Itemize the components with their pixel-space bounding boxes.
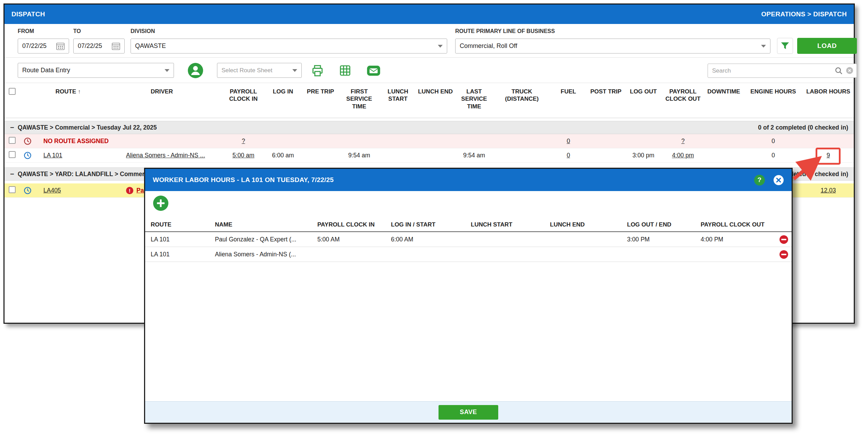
mcolumn-log-in-start: LOG IN / START <box>391 221 471 228</box>
view-select[interactable]: Route Data Entry <box>18 63 174 78</box>
select-all-checkbox[interactable] <box>9 88 16 95</box>
from-label: FROM <box>18 28 34 34</box>
grid-icon <box>339 64 351 77</box>
modal-table-row: LA 101 Paul Gonzalez - QA Expert (... 5:… <box>145 232 792 247</box>
payroll-clock-in-value[interactable]: 5:00 AM <box>317 236 391 243</box>
column-payroll-clock-in[interactable]: PAYROLL CLOCK IN <box>223 88 264 103</box>
modal-table-header: ROUTE NAME PAYROLL CLOCK IN LOG IN / STA… <box>145 218 792 232</box>
modal-footer: SAVE <box>145 401 792 423</box>
column-driver[interactable]: DRIVER <box>101 88 223 95</box>
column-downtime[interactable]: DOWNTIME <box>704 88 744 95</box>
column-labor-hours[interactable]: LABOR HOURS <box>803 88 854 95</box>
column-log-in[interactable]: LOG IN <box>264 88 302 95</box>
remove-icon <box>779 235 788 244</box>
column-post-trip[interactable]: POST TRIP <box>587 88 625 95</box>
log-out-end-value[interactable]: 3:00 PM <box>627 236 701 243</box>
log-in-value: 6:00 am <box>264 152 302 159</box>
clear-search-icon[interactable] <box>845 66 854 75</box>
modal-body: ROUTE NAME PAYROLL CLOCK IN LOG IN / STA… <box>145 191 792 401</box>
funnel-icon <box>780 41 790 51</box>
worker-name[interactable]: Aliena Somers - Admin-NS (... <box>215 251 317 258</box>
column-pre-trip[interactable]: PRE TRIP <box>302 88 339 95</box>
page-title: DISPATCH <box>11 10 45 18</box>
route-sheet-placeholder: Select Route Sheet <box>222 67 272 74</box>
filter-bar: FROM TO DIVISION ROUTE PRIMARY LINE OF B… <box>5 24 854 58</box>
route-link[interactable]: LA405 <box>43 187 61 194</box>
collapse-icon[interactable]: − <box>10 171 18 178</box>
print-button[interactable] <box>309 63 325 79</box>
lob-select[interactable]: Commercial, Roll Off <box>455 39 770 53</box>
table-header: ROUTE↑ DRIVER PAYROLL CLOCK IN LOG IN PR… <box>5 83 854 118</box>
from-date-value: 07/22/25 <box>22 42 47 50</box>
column-engine-hours[interactable]: ENGINE HOURS <box>744 88 803 95</box>
labor-hours-link[interactable]: 9 <box>803 152 854 159</box>
payroll-clock-out-link[interactable]: 4:00 pm <box>662 152 704 159</box>
column-lunch-end[interactable]: LUNCH END <box>417 88 454 95</box>
column-payroll-clock-out[interactable]: PAYROLL CLOCK OUT <box>662 88 704 103</box>
clock-status-icon[interactable] <box>24 151 32 159</box>
payroll-clock-in-link[interactable]: 5:00 am <box>223 152 264 159</box>
email-button[interactable] <box>366 63 382 79</box>
log-in-start-value[interactable]: 6:00 AM <box>391 236 471 243</box>
clock-status-icon[interactable] <box>24 137 32 145</box>
to-label: TO <box>73 28 81 34</box>
search-box <box>708 64 857 78</box>
calendar-icon[interactable] <box>56 42 65 50</box>
column-last-service-time[interactable]: LAST SERVICE TIME <box>454 88 494 110</box>
driver-check-in-button[interactable] <box>187 63 203 79</box>
search-icon[interactable] <box>834 66 843 75</box>
load-button[interactable]: LOAD <box>797 38 857 54</box>
column-fuel[interactable]: FUEL <box>550 88 587 95</box>
chevron-down-icon <box>165 69 169 72</box>
delete-row-button[interactable] <box>779 250 788 259</box>
add-worker-button[interactable] <box>153 195 169 211</box>
route-value: LA 101 <box>151 251 215 258</box>
division-label: DIVISION <box>131 28 155 34</box>
payroll-clock-out-link[interactable]: ? <box>662 138 704 145</box>
breadcrumb: OPERATIONS > DISPATCH <box>761 10 847 18</box>
column-truck-distance[interactable]: TRUCK (DISTANCE) <box>494 88 550 103</box>
clock-status-icon[interactable] <box>24 187 32 195</box>
column-first-service-time[interactable]: FIRST SERVICE TIME <box>339 88 379 110</box>
mcolumn-name: NAME <box>215 221 317 228</box>
lob-label: ROUTE PRIMARY LINE OF BUSINESS <box>455 28 555 34</box>
row-checkbox[interactable] <box>9 186 16 193</box>
labor-hours-link[interactable]: 12.03 <box>803 187 854 194</box>
payroll-clock-out-value[interactable]: 4:00 PM <box>701 236 776 243</box>
calendar-icon[interactable] <box>112 42 120 50</box>
engine-hours-value: 0 <box>744 138 803 145</box>
close-button[interactable] <box>773 175 784 185</box>
help-button[interactable]: ? <box>754 175 765 185</box>
filter-funnel-button[interactable] <box>777 38 793 54</box>
mcolumn-lunch-end: LUNCH END <box>550 221 627 228</box>
first-service-time-value: 9:54 am <box>339 152 379 159</box>
fuel-link[interactable]: 0 <box>550 138 587 145</box>
column-log-out[interactable]: LOG OUT <box>625 88 662 95</box>
driver-link[interactable]: Aliena Somers - Admin-NS ... <box>126 152 205 159</box>
row-checkbox[interactable] <box>9 137 16 144</box>
column-lunch-start[interactable]: LUNCH START <box>379 88 417 103</box>
to-date-input[interactable]: 07/22/25 <box>73 39 125 53</box>
column-route[interactable]: ROUTE↑ <box>35 88 101 95</box>
from-date-input[interactable]: 07/22/25 <box>18 39 69 53</box>
worker-name[interactable]: Paul Gonzalez - QA Expert (... <box>215 236 317 243</box>
table-row: LA 101 Aliena Somers - Admin-NS ... 5:00… <box>5 148 854 163</box>
toolbar: Route Data Entry Select Route Sheet <box>5 58 854 83</box>
mcolumn-route: ROUTE <box>151 221 215 228</box>
fuel-link[interactable]: 0 <box>550 152 587 159</box>
route-link[interactable]: LA 101 <box>43 152 62 159</box>
route-sheet-select[interactable]: Select Route Sheet <box>217 63 302 78</box>
division-select[interactable]: QAWASTE <box>131 39 447 53</box>
group-summary: 0 of 2 completed (0 checked in) <box>758 124 848 131</box>
remove-icon <box>779 250 788 259</box>
row-checkbox[interactable] <box>9 151 16 158</box>
person-icon <box>187 63 203 79</box>
modal-table-row: LA 101 Aliena Somers - Admin-NS (... <box>145 247 792 262</box>
route-grid-button[interactable] <box>337 63 353 79</box>
sort-asc-icon: ↑ <box>78 89 81 94</box>
delete-row-button[interactable] <box>779 235 788 244</box>
save-button[interactable]: SAVE <box>439 405 498 420</box>
collapse-icon[interactable]: − <box>10 124 18 131</box>
route-value: LA 101 <box>151 236 215 243</box>
payroll-clock-in-link[interactable]: ? <box>223 138 264 145</box>
